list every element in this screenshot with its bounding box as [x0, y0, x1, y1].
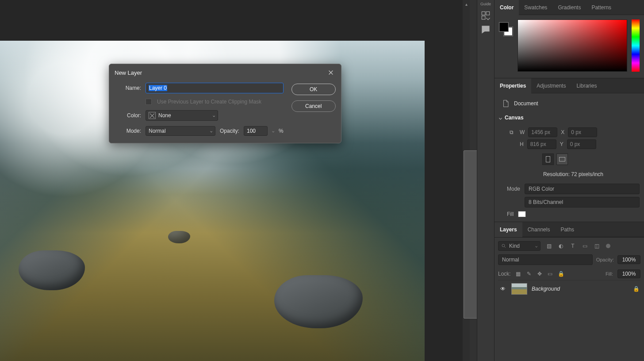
layer-filter-kind-select[interactable]: Kind ⌵ — [498, 241, 540, 251]
foreground-color-swatch[interactable] — [499, 22, 509, 32]
scroll-up-icon[interactable]: ▴ — [463, 0, 470, 8]
mode-label: Mode — [507, 186, 520, 192]
opacity-label: Opacity: — [220, 128, 239, 134]
tab-adjustments[interactable]: Adjustments — [531, 78, 571, 93]
layer-row-background[interactable]: 👁 Background 🔒 — [498, 280, 640, 297]
vertical-scrollbar[interactable]: ▴ — [463, 0, 470, 361]
tab-gradients[interactable]: Gradients — [552, 0, 586, 15]
layer-name-value: Layer 0 — [149, 85, 167, 91]
dialog-close-button[interactable] — [326, 68, 336, 77]
color-value: None — [158, 112, 171, 119]
height-field[interactable]: 816 px — [527, 139, 556, 149]
orientation-portrait-button[interactable] — [542, 154, 554, 165]
height-label: H — [520, 141, 524, 147]
tab-patterns[interactable]: Patterns — [586, 0, 617, 15]
lock-transparency-icon[interactable]: ▦ — [515, 271, 521, 277]
properties-panel: Properties Adjustments Libraries Documen… — [494, 78, 644, 222]
link-dimensions-icon[interactable]: ⧉ — [507, 129, 516, 135]
svg-point-3 — [502, 244, 505, 247]
document-icon — [502, 99, 510, 108]
chevron-down-icon — [499, 115, 502, 121]
filter-pixel-icon[interactable]: ▧ — [546, 243, 552, 249]
new-layer-dialog: New Layer Name: Layer 0 Use Previous Lay… — [109, 64, 341, 143]
tab-channels[interactable]: Channels — [522, 222, 556, 237]
canvas-workspace — [0, 0, 463, 361]
hue-slider[interactable] — [632, 19, 640, 72]
filter-smartobject-icon[interactable]: ◫ — [594, 243, 600, 249]
visibility-eye-icon[interactable]: 👁 — [499, 286, 507, 292]
none-swatch-icon — [149, 112, 156, 119]
width-field[interactable]: 1456 px — [528, 127, 557, 137]
chevron-down-icon: ⌵ — [213, 113, 215, 118]
canvas-fill-swatch[interactable] — [518, 211, 526, 217]
ok-button[interactable]: OK — [291, 84, 336, 95]
filter-toggle-icon[interactable] — [606, 244, 610, 248]
foreground-background-swatch[interactable] — [499, 22, 513, 36]
fill-label: Fill — [507, 211, 514, 217]
opacity-input[interactable]: 100 — [244, 126, 268, 136]
y-field[interactable]: 0 px — [567, 139, 596, 149]
tab-paths[interactable]: Paths — [555, 222, 579, 237]
layer-name[interactable]: Background — [532, 286, 560, 292]
lock-paint-icon[interactable]: ✎ — [526, 271, 532, 277]
resolution-readout: Resolution: 72 pixels/inch — [507, 168, 640, 181]
opacity-label: Opacity: — [596, 257, 614, 262]
search-icon — [501, 243, 506, 249]
canvas-section-header[interactable]: Canvas — [499, 113, 640, 123]
lock-label: Lock: — [498, 271, 511, 277]
tab-swatches[interactable]: Swatches — [519, 0, 552, 15]
layer-lock-icon[interactable]: 🔒 — [633, 286, 640, 292]
tab-properties[interactable]: Properties — [494, 78, 531, 93]
chevron-down-icon: ⌵ — [535, 244, 537, 248]
color-label: Color: — [115, 112, 141, 119]
tab-color[interactable]: Color — [494, 0, 519, 15]
tab-libraries[interactable]: Libraries — [571, 78, 602, 93]
canvas-title: Canvas — [505, 115, 524, 121]
svg-rect-2 — [482, 16, 485, 19]
blend-mode-select[interactable]: Normal ⌵ — [146, 126, 215, 136]
history-icon[interactable] — [480, 11, 491, 20]
layers-panel: Layers Channels Paths Kind ⌵ ▧ ◐ T ▭ ◫ — [494, 222, 644, 300]
mode-value: Normal — [149, 128, 166, 134]
chevron-down-icon[interactable]: ⌵ — [272, 129, 274, 133]
y-label: Y — [560, 141, 564, 147]
clipping-mask-label: Use Previous Layer to Create Clipping Ma… — [157, 99, 261, 105]
filter-type-icon[interactable]: T — [570, 243, 576, 249]
lock-artboard-icon[interactable]: ▭ — [547, 271, 553, 277]
document-label: Document — [514, 100, 538, 107]
color-mode-select[interactable]: RGB Color — [525, 184, 640, 194]
kind-label: Kind — [509, 243, 520, 249]
layer-fill-label: Fill: — [606, 271, 613, 277]
cancel-button[interactable]: Cancel — [291, 100, 336, 112]
orientation-landscape-button[interactable] — [556, 154, 568, 165]
layer-name-input[interactable]: Layer 0 — [146, 83, 284, 93]
tab-layers[interactable]: Layers — [494, 222, 522, 237]
clipping-mask-checkbox — [146, 99, 152, 105]
document-indicator: Document — [499, 96, 640, 113]
layer-color-select[interactable]: None ⌵ — [146, 110, 218, 121]
properties-panel-tabs: Properties Adjustments Libraries — [494, 78, 644, 93]
guide-label: Guide — [477, 2, 494, 6]
color-panel: Color Swatches Gradients Patterns — [494, 0, 644, 78]
filter-adjustment-icon[interactable]: ◐ — [558, 243, 564, 249]
comment-icon[interactable] — [480, 25, 491, 35]
lock-all-icon[interactable]: 🔒 — [558, 271, 564, 277]
layer-opacity-field[interactable]: 100% — [617, 255, 640, 264]
name-label: Name: — [115, 85, 141, 91]
collapsed-panel-strip: Guide — [477, 0, 494, 361]
svg-rect-0 — [482, 12, 485, 15]
bit-depth-select[interactable]: 8 Bits/Channel — [525, 197, 640, 207]
chevron-down-icon: ⌵ — [210, 129, 212, 133]
percent-symbol: % — [279, 128, 284, 134]
layer-thumbnail[interactable] — [511, 283, 527, 295]
blend-mode-select[interactable]: Normal — [498, 254, 593, 265]
filter-shape-icon[interactable]: ▭ — [582, 243, 588, 249]
layer-fill-field[interactable]: 100% — [617, 269, 640, 278]
right-panel-stack: Color Swatches Gradients Patterns Proper… — [494, 0, 644, 361]
color-field-picker[interactable] — [518, 19, 627, 72]
x-field[interactable]: 0 px — [568, 127, 597, 137]
layer-filter-icons: ▧ ◐ T ▭ ◫ — [546, 243, 600, 249]
layers-panel-tabs: Layers Channels Paths — [494, 222, 644, 237]
lock-position-icon[interactable]: ✥ — [537, 271, 543, 277]
dialog-title: New Layer — [115, 69, 142, 76]
